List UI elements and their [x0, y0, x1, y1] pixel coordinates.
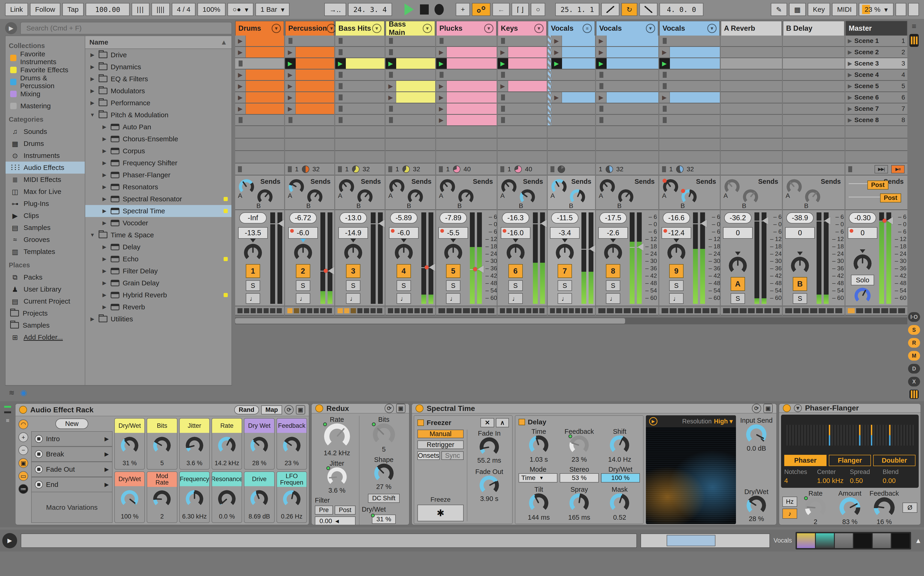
pan-knob[interactable] [791, 257, 809, 275]
input-send-knob[interactable] [746, 424, 767, 445]
new-variation-button[interactable]: New [55, 419, 88, 429]
phaser-tab-flanger[interactable]: Flanger [829, 455, 871, 466]
delay-mode-select[interactable]: Time▼ [518, 473, 557, 483]
clip-slot[interactable]: ▶ [436, 115, 497, 126]
horizontal-scrollbar[interactable] [235, 317, 907, 324]
clip-slot[interactable] [385, 47, 435, 58]
capture-midi-button[interactable]: ○ [531, 3, 545, 16]
clip-body[interactable] [296, 69, 334, 80]
track-header-5[interactable]: Keys▼ [497, 21, 547, 35]
clip-body[interactable] [296, 92, 334, 103]
clip-body[interactable] [447, 92, 497, 103]
scene-play-icon[interactable]: ▶ [848, 83, 852, 90]
clip-slot[interactable] [436, 69, 497, 81]
clip-stop-button[interactable] [285, 35, 296, 46]
groove-amount-field[interactable]: 100% [197, 3, 225, 16]
solo-button[interactable]: Solo [851, 275, 874, 285]
phaser-amount-knob[interactable] [839, 497, 860, 518]
browser-row-modulators[interactable]: ▶Modulators [85, 85, 231, 97]
clip-slot[interactable]: ▶ [548, 35, 595, 47]
delay-feedback-knob[interactable] [569, 435, 589, 455]
pan-knob[interactable] [395, 244, 413, 262]
clip-stop-button[interactable] [235, 115, 246, 125]
track-menu-icon[interactable]: ▼ [484, 24, 493, 33]
scene-slot-7[interactable]: ▶Scene 77 [845, 103, 907, 115]
track-header-4[interactable]: Plucks▼ [436, 21, 497, 35]
phaser-activator-led[interactable] [783, 404, 791, 412]
stop-all-clips-button[interactable]: ▶≡ [891, 165, 905, 173]
clip-slot[interactable] [335, 92, 385, 103]
sidebar-item-mastering[interactable]: Mastering [6, 100, 85, 112]
scene-slot-5[interactable]: ▶Scene 55 [845, 81, 907, 92]
clip-stop-button[interactable] [335, 92, 346, 103]
clip-body[interactable] [296, 81, 334, 91]
clip-slot[interactable]: ▶ [285, 69, 334, 81]
browser-row-filter-delay[interactable]: ▶Filter Delay [85, 265, 231, 277]
punch-in-toggle[interactable] [601, 3, 619, 16]
clip-slot[interactable]: ▶ [285, 81, 334, 92]
rack-activator-led[interactable] [19, 406, 27, 414]
pan-knob[interactable] [294, 244, 312, 262]
midi-map-button[interactable]: MIDI [832, 3, 857, 16]
clip-slot[interactable] [497, 35, 547, 47]
browser-row-pitch-modulation[interactable]: ▼Pitch & Modulation [85, 109, 231, 121]
volume-fader-handle[interactable] [429, 263, 435, 271]
clip-slot[interactable] [659, 103, 720, 115]
redux-bits-knob[interactable] [373, 423, 395, 446]
sidebar-item-projects[interactable]: Projects [6, 307, 85, 319]
track-activator-button[interactable]: 5 [446, 264, 460, 278]
clip-slot[interactable] [235, 58, 284, 69]
browser-row-grain-delay[interactable]: ▶Grain Delay [85, 277, 231, 289]
spectral-hot-swap-icon[interactable]: ⟳ [752, 404, 761, 413]
freezer-retrigger-button[interactable]: Retrigger [417, 440, 464, 449]
variation-snapshot-icon[interactable]: ▣ [18, 458, 28, 468]
pan-knob[interactable] [667, 244, 685, 262]
redux-filter-freq-field[interactable]: 0.00◀ [315, 517, 356, 525]
clip-slot[interactable]: ▶ [436, 47, 497, 58]
variation-snapshot-icon[interactable] [35, 450, 43, 458]
solo-button[interactable]: S [731, 293, 745, 304]
volume-fader-handle[interactable] [478, 265, 484, 273]
clip-slot[interactable] [285, 35, 334, 47]
redux-rate-knob[interactable] [324, 423, 350, 449]
output-meter-value[interactable]: -17.5 [600, 213, 627, 224]
disclosure-triangle[interactable]: ▶ [101, 172, 107, 178]
resolution-select[interactable]: High ▾ [714, 418, 733, 425]
group-fold-icon[interactable]: ≡ [582, 24, 592, 33]
clip-body[interactable] [562, 92, 595, 103]
browser-row-delay[interactable]: ▶Delay [85, 241, 231, 253]
solo-button[interactable]: S [558, 280, 572, 291]
macro-dial[interactable] [250, 437, 268, 454]
browser-row-eq-filters[interactable]: ▶EQ & Filters [85, 73, 231, 85]
track-header-9[interactable]: A Reverb [721, 21, 782, 35]
volume-field[interactable]: -6.0 [389, 227, 419, 239]
freezer-sync-button[interactable]: Sync [441, 451, 464, 460]
arm-button[interactable]: ♩ [246, 293, 260, 304]
link-button[interactable]: Link [5, 3, 28, 16]
volume-field[interactable]: 0 [723, 227, 752, 239]
clip-body[interactable] [508, 47, 547, 58]
spectral-drywet-value[interactable]: 28 % [749, 515, 764, 523]
browser-row-utilities[interactable]: ▶Utilities [85, 313, 231, 325]
clip-playing-button[interactable]: ▶ [659, 58, 670, 69]
volume-fader-handle[interactable] [589, 245, 595, 253]
macro-knob-11[interactable]: Drive8.69 dB [244, 471, 274, 523]
clip-body[interactable] [447, 81, 497, 91]
browser-row-auto-pan[interactable]: ▶Auto Pan [85, 121, 231, 133]
automation-arm-button[interactable] [472, 3, 491, 16]
clip-playing-button[interactable]: ▶ [436, 58, 447, 69]
variation-launch-icon[interactable]: ▶ [105, 482, 109, 488]
track-header-6[interactable]: Vocals≡ [548, 21, 595, 35]
cue-volume-knob[interactable] [855, 288, 871, 304]
clip-stop-button[interactable] [235, 58, 246, 69]
macro-curves-icon[interactable]: ◠ [18, 419, 28, 429]
pan-knob[interactable] [604, 244, 622, 262]
output-meter-value[interactable]: -0.30 [849, 213, 876, 224]
redux-shape-knob[interactable] [374, 464, 394, 483]
macro-dial[interactable] [153, 490, 171, 508]
clip-body[interactable] [246, 103, 284, 114]
variation-row-fade-out[interactable]: Fade Out▶ [31, 462, 112, 477]
clip-slot[interactable]: ▶ [436, 92, 497, 103]
output-meter-value[interactable]: -36.2 [724, 213, 751, 224]
disclosure-triangle[interactable]: ▶ [101, 280, 107, 286]
